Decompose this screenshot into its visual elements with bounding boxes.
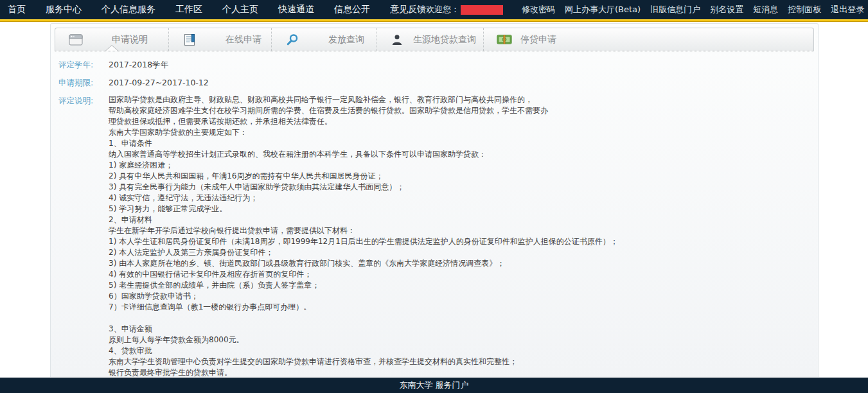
- user-link-6[interactable]: 退出登录: [831, 4, 864, 15]
- nav-item-7[interactable]: 意见反馈: [390, 4, 426, 15]
- description-line-15: 3) 由本人家庭所在地的乡、镇、街道民政部门或县级教育行政部门核实、盖章的《东南…: [109, 258, 618, 269]
- assessment-year-label: 评定学年:: [58, 58, 109, 71]
- nav-item-5[interactable]: 快速通道: [278, 4, 314, 15]
- tab-label: 停贷申请: [520, 34, 556, 46]
- assessment-year-value: 2017-2018学年: [109, 58, 168, 71]
- description-line-12: 学生在新学年开学后通过学校向银行提出贷款申请，需要提供以下材料：: [109, 225, 618, 236]
- description-line-5: 纳入国家普通高等学校招生计划正式录取的、我校在籍注册的本科学生，具备以下条件可以…: [109, 149, 618, 160]
- assessment-description-label: 评定说明:: [58, 94, 109, 377]
- description-line-19: 7）卡详细信息查询单（教1一楼的银行办事点即可办理）。: [109, 302, 618, 313]
- page: 首页服务中心个人信息服务工作区个人主页快速通道信息公开意见反馈 欢迎您： 修改密…: [0, 0, 868, 393]
- footer-text: 东南大学 服务门户: [399, 380, 468, 391]
- tab-2[interactable]: 发放查询: [272, 28, 376, 51]
- description-line-2: 理贷款担保或抵押，但需要承诺按期还款，并承担相关法律责任。: [109, 116, 618, 127]
- tab-3[interactable]: 生源地贷款查询: [376, 28, 484, 51]
- description-line-3: 东南大学国家助学贷款的主要规定如下：: [109, 127, 618, 138]
- description-line-4: 1、申请条件: [109, 138, 618, 149]
- description-line-8: 3) 具有完全民事行为能力（未成年人申请国家助学贷款须由其法定建华人书面同意）；: [109, 182, 618, 193]
- description-line-9: 4) 诚实守信，遵纪守法，无违法违纪行为；: [109, 193, 618, 204]
- user-link-3[interactable]: 别名设置: [710, 4, 743, 15]
- user-link-5[interactable]: 控制面板: [788, 4, 821, 15]
- tab-0[interactable]: 申请说明: [55, 28, 169, 51]
- window-icon: [68, 33, 84, 46]
- nav-item-4[interactable]: 个人主页: [222, 4, 258, 15]
- main-area: 申请说明在线申请发放查询生源地贷款查询停贷申请 评定学年: 2017-2018学…: [0, 22, 868, 377]
- tab-label: 生源地贷款查询: [413, 34, 476, 46]
- assessment-description-text: 国家助学贷款是由政府主导、财政贴息、财政和高校共同给予银行一定风险补偿金，银行、…: [109, 94, 618, 377]
- description-line-13: 1) 本人学生证和居民身份证复印件（未满18周岁，即1999年12月1日后出生的…: [109, 236, 618, 247]
- content: 评定学年: 2017-2018学年 申请期限: 2017-09-27~2017-…: [51, 51, 818, 377]
- assessment-year-row: 评定学年: 2017-2018学年: [58, 58, 818, 71]
- user-link-0[interactable]: 修改密码: [522, 4, 555, 15]
- user-link-4[interactable]: 短消息: [753, 4, 778, 15]
- user-links: 修改密码网上办事大厅(Beta)旧版信息门户别名设置短消息控制面板退出登录: [522, 4, 864, 15]
- description-line-22: 原则上每人每学年贷款金额为8000元。: [109, 335, 618, 345]
- welcome-label: 欢迎您：: [426, 4, 459, 15]
- top-nav-user-menu: 欢迎您： 修改密码网上办事大厅(Beta)旧版信息门户别名设置短消息控制面板退出…: [426, 4, 864, 15]
- application-period-value: 2017-09-27~2017-10-12: [109, 76, 209, 89]
- nav-item-0[interactable]: 首页: [8, 4, 26, 15]
- description-line-11: 2、申请材料: [109, 214, 618, 225]
- tab-label: 在线申请: [226, 34, 261, 46]
- search-icon: [285, 33, 300, 46]
- top-nav-menu: 首页服务中心个人信息服务工作区个人主页快速通道信息公开意见反馈: [8, 4, 426, 15]
- description-line-18: 6）国家助学贷款申请书；: [109, 291, 618, 302]
- top-navbar: 首页服务中心个人信息服务工作区个人主页快速通道信息公开意见反馈 欢迎您： 修改密…: [0, 0, 868, 19]
- description-line-16: 4) 有效的中国银行借记卡复印件及相应存折首页的复印件；: [109, 269, 618, 280]
- description-line-17: 5) 老生需提供全部的成绩单，并由院（系）负责人签字盖章；: [109, 280, 618, 291]
- application-period-row: 申请期限: 2017-09-27~2017-10-12: [58, 76, 818, 89]
- description-line-14: 2) 本人法定监护人及第三方亲属身份证复印件；: [109, 247, 618, 258]
- description-line-10: 5) 学习努力，能够正常完成学业。: [109, 204, 618, 214]
- tab-bar: 申请说明在线申请发放查询生源地贷款查询停贷申请: [55, 28, 814, 51]
- tab-label: 发放查询: [328, 34, 364, 46]
- welcome-message: 欢迎您：: [426, 4, 503, 15]
- form-icon: [182, 33, 197, 46]
- footer: 东南大学 服务门户: [0, 378, 868, 393]
- description-line-25: 银行负责最终审批学生的贷款申请。: [109, 367, 618, 377]
- description-line-20: [109, 313, 618, 324]
- assessment-description-row: 评定说明: 国家助学贷款是由政府主导、财政贴息、财政和高校共同给予银行一定风险补…: [58, 94, 818, 377]
- nav-item-1[interactable]: 服务中心: [46, 4, 82, 15]
- tab-label: 申请说明: [112, 34, 148, 46]
- nav-item-6[interactable]: 信息公开: [334, 4, 370, 15]
- description-line-1: 帮助高校家庭经济困难学生支付在校学习期间所需的学费、住宿费及生活费的银行贷款。国…: [109, 105, 618, 116]
- user-link-2[interactable]: 旧版信息门户: [650, 4, 700, 15]
- content-panel: 申请说明在线申请发放查询生源地贷款查询停贷申请 评定学年: 2017-2018学…: [50, 23, 819, 377]
- tab-4[interactable]: 停贷申请: [484, 28, 813, 51]
- application-period-label: 申请期限:: [58, 76, 109, 89]
- description-line-6: 1) 家庭经济困难；: [109, 160, 618, 171]
- description-line-7: 2) 具有中华人民共和国国籍，年满16周岁的需持有中华人民共和国居民身份证；: [109, 171, 618, 182]
- money-icon: [497, 33, 512, 46]
- nav-item-3[interactable]: 工作区: [175, 4, 202, 15]
- description-line-0: 国家助学贷款是由政府主导、财政贴息、财政和高校共同给予银行一定风险补偿金，银行、…: [109, 94, 618, 105]
- description-line-23: 4、贷款审批: [109, 345, 618, 356]
- person-icon: [389, 33, 405, 46]
- username-redacted: [461, 5, 503, 15]
- description-line-24: 东南大学学生资助管理中心负责对学生提交的国家助学贷款申请进行资格审查，并核查学生…: [109, 356, 618, 367]
- user-link-1[interactable]: 网上办事大厅(Beta): [565, 4, 641, 15]
- description-line-21: 3、申请金额: [109, 324, 618, 335]
- tab-1[interactable]: 在线申请: [169, 28, 272, 51]
- nav-item-2[interactable]: 个人信息服务: [102, 4, 155, 15]
